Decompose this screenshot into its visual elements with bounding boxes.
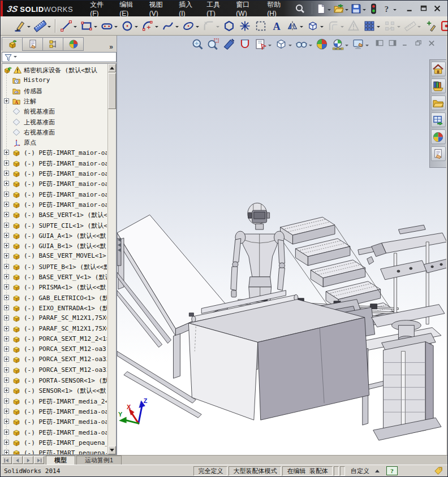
scroll-down-button[interactable]	[108, 446, 116, 454]
view-orientation-button[interactable]	[254, 37, 272, 51]
expand-icon[interactable]	[4, 326, 9, 331]
tree-item[interactable]: 上视基准面	[2, 117, 107, 127]
expand-icon[interactable]	[4, 192, 9, 197]
menu-item-4[interactable]: 工具(T)	[200, 1, 229, 16]
chevron-down-icon[interactable]	[48, 26, 51, 29]
point-tool-button[interactable]	[238, 18, 252, 34]
expand-icon[interactable]	[4, 181, 9, 186]
edit-appearance-button[interactable]	[315, 37, 329, 51]
tag-icon[interactable]	[432, 466, 445, 476]
mirror-tool-button[interactable]	[285, 18, 304, 34]
status-custom-dropdown[interactable]: 自定义	[346, 466, 384, 476]
tree-item[interactable]: (-) PE苆-IMART_pequena-	[2, 448, 107, 455]
expand-icon[interactable]	[4, 336, 9, 341]
expand-icon[interactable]	[4, 430, 9, 435]
apply-scene-button[interactable]	[331, 37, 349, 51]
menu-item-5[interactable]: 窗口(W)	[229, 1, 260, 16]
chevron-down-icon[interactable]	[175, 26, 179, 29]
rectangle-tool-button[interactable]	[79, 18, 98, 34]
expand-icon[interactable]	[4, 171, 9, 176]
convert-tool-button[interactable]	[305, 18, 325, 34]
chevron-down-icon[interactable]	[300, 26, 303, 29]
search-icon[interactable]	[295, 3, 305, 14]
tree-item[interactable]: (-) PE苆-IMART_pequena_2	[2, 437, 107, 448]
doc-close-button[interactable]	[426, 38, 437, 48]
chevron-down-icon[interactable]	[155, 26, 158, 29]
chevron-down-icon[interactable]	[94, 26, 97, 29]
sketch-tool-button[interactable]	[12, 18, 32, 34]
tree-item[interactable]: (-) BASE_VERT_V<1> (默认	[2, 272, 107, 282]
chevron-down-icon[interactable]	[345, 45, 348, 48]
tree-root-item[interactable]: 精密机床设备 (默认<默认	[2, 65, 107, 75]
chevron-down-icon[interactable]	[196, 26, 199, 29]
design-library-button[interactable]	[431, 79, 446, 93]
tree-item[interactable]: (-) PARAF_SC_M12X1,75X60	[2, 313, 107, 323]
tree-item[interactable]: 传感器	[2, 86, 107, 96]
selection-tool-button[interactable]	[253, 18, 268, 34]
spline-tool-button[interactable]	[161, 18, 180, 34]
save-button[interactable]	[350, 2, 367, 15]
tree-item[interactable]: (-) EIXO_ENTRADA<1> (默	[2, 303, 107, 313]
expand-icon[interactable]	[4, 346, 9, 352]
doc-minimize-button[interactable]	[400, 38, 411, 48]
expand-icon[interactable]	[4, 450, 9, 455]
tab-property-tab[interactable]	[22, 37, 43, 51]
chevron-down-icon[interactable]	[27, 26, 31, 29]
expand-icon[interactable]	[4, 233, 9, 238]
text-tool-button[interactable]: A	[269, 18, 284, 34]
tree-item[interactable]: (-) GUIA_A<1> (默认<<默	[2, 231, 107, 241]
menu-item-3[interactable]: 插入(I)	[172, 1, 200, 16]
tree-item[interactable]: (-) BASE_VERT<1> (默认<	[2, 210, 107, 220]
tree-scrollbar[interactable]	[107, 64, 116, 454]
tree-item[interactable]: (-) PORCA_SEXT_M12-oa33	[2, 365, 107, 375]
expand-icon[interactable]	[4, 223, 9, 228]
menu-item-2[interactable]: 视图(V)	[143, 1, 172, 16]
expand-icon[interactable]	[4, 378, 9, 383]
expand-icon[interactable]	[4, 150, 9, 155]
chevron-down-icon[interactable]	[309, 45, 312, 48]
expand-icon[interactable]	[4, 367, 9, 372]
nav-last-button[interactable]	[34, 456, 44, 464]
hide-show-button[interactable]	[295, 37, 313, 51]
chevron-down-icon[interactable]	[377, 26, 380, 29]
view-settings-button[interactable]	[351, 37, 369, 51]
tree-item[interactable]: (-) GUIA_B<1> (默认<<默	[2, 241, 107, 251]
zoom-select-button[interactable]	[222, 37, 236, 51]
chevron-down-icon[interactable]	[363, 9, 366, 12]
tree-item[interactable]: History	[2, 75, 107, 85]
nav-first-button[interactable]	[2, 456, 12, 464]
expand-icon[interactable]	[4, 202, 9, 207]
tree-item[interactable]: (-) PE苆-IMART_media-oa	[2, 427, 107, 437]
new-document-button[interactable]	[315, 2, 331, 15]
expand-icon[interactable]	[4, 161, 9, 166]
chevron-down-icon[interactable]	[288, 45, 292, 48]
split-left-button[interactable]	[374, 38, 385, 48]
chevron-down-icon[interactable]	[268, 45, 272, 48]
tree-item[interactable]: 原点	[2, 137, 107, 148]
relations-tool-button[interactable]	[423, 18, 438, 34]
display-style-button[interactable]	[274, 37, 292, 51]
expand-icon[interactable]	[4, 284, 9, 289]
chevron-down-icon[interactable]	[135, 26, 138, 29]
expand-icon[interactable]	[4, 98, 9, 103]
chevron-down-icon[interactable]	[328, 9, 331, 12]
nav-prev-button[interactable]	[12, 456, 23, 464]
open-button[interactable]	[333, 2, 349, 15]
tree-item[interactable]: (-) PE苆-IMART_media_2<	[2, 396, 107, 406]
chevron-down-icon[interactable]	[365, 45, 369, 48]
help-button[interactable]: ?	[381, 2, 397, 15]
tree-item[interactable]: (-) PORCA_SEXT_M12_2<1>	[2, 334, 107, 344]
expand-icon[interactable]	[4, 295, 9, 300]
tree-item[interactable]: (-) SENSOR<1> (默认<<默	[2, 385, 107, 396]
tree-item[interactable]: (-) PARAF_SC_M12X1,75X60	[2, 324, 107, 334]
expand-icon[interactable]	[4, 409, 9, 414]
expand-icon[interactable]	[4, 264, 9, 269]
expand-icon[interactable]	[4, 274, 9, 279]
tab-display-tab[interactable]	[42, 37, 63, 51]
panel-splitter-handle[interactable]	[117, 237, 122, 254]
expand-icon[interactable]	[4, 398, 9, 404]
tree-item[interactable]: (-) PE苆-IMART_maior-oa2	[2, 189, 107, 200]
study-tab-0[interactable]: 模型	[46, 456, 75, 465]
nav-next-button[interactable]	[23, 456, 33, 464]
tree-item[interactable]: (-) PRISMA<1> (默认<<默	[2, 282, 107, 292]
